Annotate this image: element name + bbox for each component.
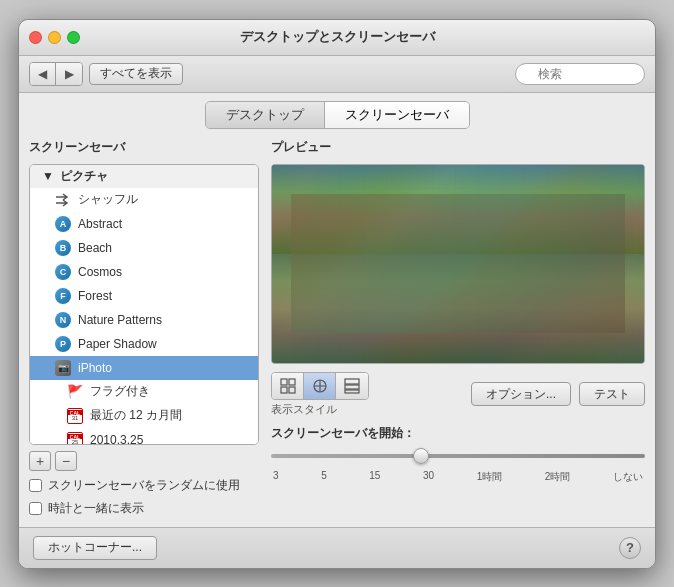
list-item-forest[interactable]: F Forest <box>30 284 258 308</box>
help-button[interactable]: ? <box>619 537 641 559</box>
calendar2-icon: CAL 25 <box>66 431 84 445</box>
group-arrow-icon: ▼ <box>42 169 54 183</box>
flag-icon: 🚩 <box>66 383 84 401</box>
right-panel: プレビュー <box>271 139 645 517</box>
style-label: 表示スタイル <box>271 402 337 417</box>
slider-labels: 3 5 15 30 1時間 2時間 しない <box>271 470 645 484</box>
list-item-abstract[interactable]: A Abstract <box>30 212 258 236</box>
forest-icon: F <box>54 287 72 305</box>
abstract-icon: A <box>54 215 72 233</box>
slider-label-30: 30 <box>423 470 434 484</box>
list-item-beach[interactable]: B Beach <box>30 236 258 260</box>
list-item-nature[interactable]: N Nature Patterns <box>30 308 258 332</box>
list-item-label: Paper Shadow <box>78 337 157 351</box>
list-group-header: ▼ ピクチャ <box>30 165 258 188</box>
list-item-label: 2010.3.25 <box>90 433 143 445</box>
list-item-label: Abstract <box>78 217 122 231</box>
svg-rect-2 <box>281 387 287 393</box>
svg-rect-9 <box>345 390 359 393</box>
list-controls: + − <box>29 451 259 471</box>
style-section: 表示スタイル <box>271 372 369 417</box>
svg-rect-7 <box>345 379 359 384</box>
remove-button[interactable]: − <box>55 451 77 471</box>
calendar-icon: CAL 31 <box>66 407 84 425</box>
list-item-label: Nature Patterns <box>78 313 162 327</box>
left-panel: スクリーンセーバ ▼ ピクチャ シャッフル <box>29 139 259 517</box>
search-input[interactable] <box>515 63 645 85</box>
title-bar: デスクトップとスクリーンセーバ <box>19 20 655 56</box>
slider-container[interactable] <box>271 446 645 466</box>
list-item-date[interactable]: CAL 25 2010.3.25 <box>30 428 258 445</box>
slider-label-5: 5 <box>321 470 327 484</box>
list-item-paper[interactable]: P Paper Shadow <box>30 332 258 356</box>
svg-rect-0 <box>281 379 287 385</box>
hot-corner-button[interactable]: ホットコーナー... <box>33 536 157 560</box>
clock-checkbox[interactable] <box>29 502 42 515</box>
style-buttons <box>271 372 369 400</box>
display-style-row: 表示スタイル オプション... テスト <box>271 372 645 417</box>
checkbox-random: スクリーンセーバをランダムに使用 <box>29 477 259 494</box>
cosmos-icon: C <box>54 263 72 281</box>
list-item-flagged[interactable]: 🚩 フラグ付き <box>30 380 258 404</box>
nav-buttons: ◀ ▶ <box>29 62 83 86</box>
tab-bar: デスクトップ スクリーンセーバ <box>205 101 470 129</box>
tab-screensaver[interactable]: スクリーンセーバ <box>325 102 469 128</box>
list-item-label: シャッフル <box>78 191 138 208</box>
traffic-lights <box>29 31 80 44</box>
slider-label-2h: 2時間 <box>545 470 571 484</box>
group-label: ピクチャ <box>60 168 108 185</box>
svg-rect-3 <box>289 387 295 393</box>
slider-label-1h: 1時間 <box>477 470 503 484</box>
list-item-recent[interactable]: CAL 31 最近の 12 カ月間 <box>30 404 258 428</box>
test-button[interactable]: テスト <box>579 382 645 406</box>
back-button[interactable]: ◀ <box>30 63 56 85</box>
random-checkbox[interactable] <box>29 479 42 492</box>
clock-label: 時計と一緒に表示 <box>48 500 144 517</box>
slider-section: スクリーンセーバを開始： 3 5 15 30 1時間 2時間 しない <box>271 425 645 484</box>
beach-icon: B <box>54 239 72 257</box>
screensaver-list[interactable]: ▼ ピクチャ シャッフル A Abst <box>29 164 259 445</box>
maximize-button[interactable] <box>67 31 80 44</box>
slider-track <box>271 454 645 458</box>
main-panels: スクリーンセーバ ▼ ピクチャ シャッフル <box>19 129 655 527</box>
slider-thumb[interactable] <box>413 448 429 464</box>
svg-rect-8 <box>345 385 359 389</box>
list-item-iphoto[interactable]: 📷 iPhoto <box>30 356 258 380</box>
list-item-label: Beach <box>78 241 112 255</box>
list-item-cosmos[interactable]: C Cosmos <box>30 260 258 284</box>
show-all-button[interactable]: すべてを表示 <box>89 63 183 85</box>
list-item-label: Cosmos <box>78 265 122 279</box>
forward-button[interactable]: ▶ <box>56 63 82 85</box>
iphoto-icon: 📷 <box>54 359 72 377</box>
minimize-button[interactable] <box>48 31 61 44</box>
list-item-label: 最近の 12 カ月間 <box>90 407 182 424</box>
start-label: スクリーンセーバを開始： <box>271 425 645 442</box>
list-item-shuffle[interactable]: シャッフル <box>30 188 258 212</box>
tabs-row: デスクトップ スクリーンセーバ <box>19 93 655 129</box>
style-btn-table[interactable] <box>336 373 368 399</box>
style-btn-mosaic[interactable] <box>304 373 336 399</box>
tab-desktop[interactable]: デスクトップ <box>206 102 325 128</box>
left-panel-label: スクリーンセーバ <box>29 139 259 156</box>
paper-icon: P <box>54 335 72 353</box>
list-item-label: フラグ付き <box>90 383 150 400</box>
shuffle-icon <box>54 191 72 209</box>
options-button[interactable]: オプション... <box>471 382 571 406</box>
nature-icon: N <box>54 311 72 329</box>
svg-rect-1 <box>289 379 295 385</box>
slider-label-3: 3 <box>273 470 279 484</box>
toolbar: ◀ ▶ すべてを表示 🔍 <box>19 56 655 93</box>
preview-label: プレビュー <box>271 139 645 156</box>
style-btn-grid[interactable] <box>272 373 304 399</box>
bottom-bar: ホットコーナー... ? <box>19 527 655 568</box>
action-buttons: オプション... テスト <box>471 382 645 406</box>
close-button[interactable] <box>29 31 42 44</box>
preview-image <box>271 164 645 364</box>
slider-label-15: 15 <box>369 470 380 484</box>
add-button[interactable]: + <box>29 451 51 471</box>
list-item-label: iPhoto <box>78 361 112 375</box>
search-wrapper: 🔍 <box>515 63 645 85</box>
slider-label-never: しない <box>613 470 643 484</box>
list-item-label: Forest <box>78 289 112 303</box>
checkbox-clock: 時計と一緒に表示 <box>29 500 259 517</box>
